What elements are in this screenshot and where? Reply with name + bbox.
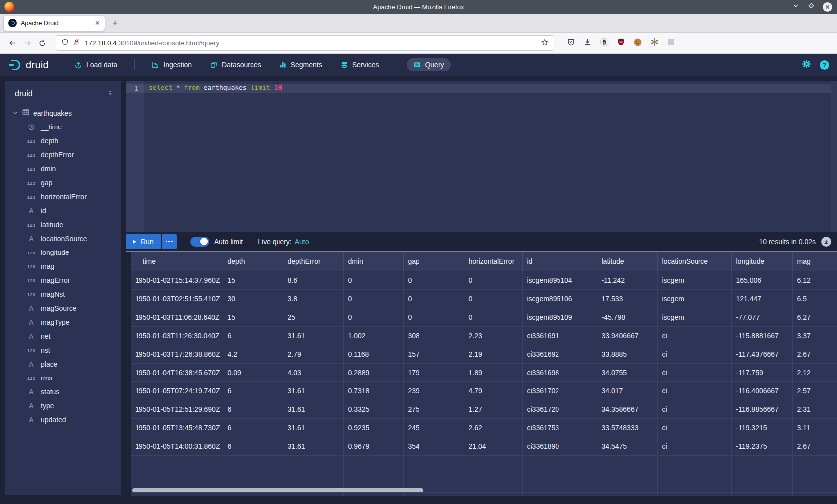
table-cell[interactable]: 6 xyxy=(223,326,283,345)
table-cell[interactable]: 6 xyxy=(223,437,283,455)
table-cell[interactable]: 25 xyxy=(283,308,343,326)
table-cell[interactable]: ci xyxy=(657,400,731,418)
table-cell[interactable]: ci3361691 xyxy=(522,326,597,345)
colorful-asterisk-icon[interactable] xyxy=(650,38,659,48)
table-cell[interactable]: 34.5475 xyxy=(597,437,657,455)
table-cell[interactable]: 4.03 xyxy=(283,363,343,381)
table-cell[interactable]: 6.27 xyxy=(792,308,837,326)
sidebar-column-__time[interactable]: __time xyxy=(5,120,121,134)
table-cell[interactable]: 1.89 xyxy=(464,363,522,381)
sidebar-column-gap[interactable]: 123gap xyxy=(5,176,121,190)
table-cell[interactable]: 179 xyxy=(403,363,464,381)
table-cell[interactable]: 1950-01-05T14:00:31.860Z xyxy=(131,437,223,455)
table-cell[interactable]: 0 xyxy=(403,308,464,326)
table-cell[interactable]: 0.1168 xyxy=(343,345,403,363)
table-cell[interactable]: 2.31 xyxy=(792,400,837,418)
sidebar-column-longitude[interactable]: 123longitude xyxy=(5,246,121,259)
table-cell[interactable]: 1.27 xyxy=(464,400,522,418)
cookie-icon[interactable] xyxy=(633,38,642,49)
table-cell[interactable]: ci xyxy=(657,437,731,455)
sidebar-column-depthError[interactable]: 123depthError xyxy=(5,148,121,162)
column-header-locationSource[interactable]: locationSource xyxy=(657,252,731,271)
table-cell[interactable]: 1950-01-02T15:14:37.960Z xyxy=(131,271,223,289)
table-cell[interactable]: 1950-01-04T16:38:45.670Z xyxy=(131,363,223,381)
table-cell[interactable]: 0 xyxy=(464,308,522,326)
table-cell[interactable]: 31.61 xyxy=(283,437,343,455)
sidebar-column-magNst[interactable]: 123magNst xyxy=(5,287,121,301)
table-cell[interactable]: 2.67 xyxy=(792,437,837,455)
table-cell[interactable]: iscgem xyxy=(657,289,731,308)
url-bar[interactable]: 172.18.0.4:30109/unified-console.html#qu… xyxy=(56,35,554,51)
column-header-longitude[interactable]: longitude xyxy=(731,252,792,271)
run-button[interactable]: Run xyxy=(126,234,161,249)
table-cell[interactable]: 34.0755 xyxy=(597,363,657,381)
sidebar-column-place[interactable]: Aplace xyxy=(5,357,121,371)
nav-item-ingestion[interactable]: Ingestion xyxy=(145,58,198,71)
table-cell[interactable]: 0 xyxy=(403,289,464,308)
menu-hamburger-icon[interactable] xyxy=(667,38,675,48)
table-cell[interactable]: -119.2375 xyxy=(731,437,792,455)
nav-item-datasources[interactable]: Datasources xyxy=(203,58,268,71)
sidebar-column-magType[interactable]: AmagType xyxy=(5,315,121,329)
tracking-shield-icon[interactable] xyxy=(61,38,69,48)
table-cell[interactable]: 4.79 xyxy=(464,381,522,400)
table-cell[interactable]: 0.3325 xyxy=(343,400,403,418)
table-cell[interactable]: ci3361702 xyxy=(522,381,597,400)
editor-scrollbar[interactable] xyxy=(831,81,837,232)
table-cell[interactable]: 31.61 xyxy=(283,381,343,400)
reload-button[interactable] xyxy=(35,36,50,51)
table-cell[interactable]: -11.242 xyxy=(597,271,657,289)
table-cell[interactable]: ci3361720 xyxy=(522,400,597,418)
druid-logo[interactable]: druid xyxy=(8,58,49,72)
table-cell[interactable]: 0.7318 xyxy=(343,381,403,400)
table-cell[interactable]: iscgem895106 xyxy=(522,289,597,308)
table-cell[interactable]: -116.4006667 xyxy=(731,381,792,400)
column-header-mag[interactable]: mag xyxy=(792,252,837,271)
sidebar-table-earthquakes[interactable]: earthquakes xyxy=(5,106,121,120)
table-cell[interactable]: iscgem xyxy=(657,308,731,326)
table-cell[interactable]: ci3361753 xyxy=(522,418,597,437)
table-cell[interactable]: 17.533 xyxy=(597,289,657,308)
table-cell[interactable]: 33.9406667 xyxy=(597,326,657,345)
sidebar-column-type[interactable]: Atype xyxy=(5,399,121,413)
sidebar-column-id[interactable]: Aid xyxy=(5,204,121,218)
table-cell[interactable]: 6 xyxy=(223,381,283,400)
back-button[interactable] xyxy=(5,36,20,51)
column-header-id[interactable]: id xyxy=(522,252,597,271)
table-cell[interactable]: ci xyxy=(657,363,731,381)
sidebar-column-mag[interactable]: 123mag xyxy=(5,259,121,273)
bookmark-star-icon[interactable] xyxy=(541,38,549,48)
sql-editor[interactable]: 1 select * from earthquakes limit 10 xyxy=(126,81,837,232)
window-maximize-button[interactable] xyxy=(807,2,815,12)
pocket-shield-icon[interactable] xyxy=(567,38,575,48)
table-cell[interactable]: 1950-01-05T12:51:29.690Z xyxy=(131,400,223,418)
table-cell[interactable]: ci3361692 xyxy=(522,345,597,363)
column-header-latitude[interactable]: latitude xyxy=(597,252,657,271)
table-cell[interactable]: -45.798 xyxy=(597,308,657,326)
table-cell[interactable]: 121.447 xyxy=(731,289,792,308)
table-cell[interactable]: -119.3215 xyxy=(731,418,792,437)
table-cell[interactable]: 21.04 xyxy=(464,437,522,455)
table-cell[interactable]: 1950-01-05T07:24:19.740Z xyxy=(131,381,223,400)
table-cell[interactable]: 239 xyxy=(403,381,464,400)
extension-avatar-icon[interactable] xyxy=(600,38,609,49)
sidebar-column-dmin[interactable]: 123dmin xyxy=(5,162,121,176)
column-header-depth[interactable]: depth xyxy=(223,252,283,271)
table-cell[interactable]: 33.8885 xyxy=(597,345,657,363)
ublock-shield-icon[interactable]: U0 xyxy=(617,38,625,48)
table-cell[interactable]: iscgem895109 xyxy=(522,308,597,326)
table-cell[interactable]: 0 xyxy=(343,289,403,308)
table-cell[interactable]: ci xyxy=(657,418,731,437)
table-cell[interactable]: 0 xyxy=(464,289,522,308)
window-minimize-button[interactable] xyxy=(792,2,800,12)
sidebar-column-depth[interactable]: 123depth xyxy=(5,134,121,148)
download-results-icon[interactable] xyxy=(821,237,831,247)
table-cell[interactable]: 6.5 xyxy=(792,289,837,308)
nav-item-services[interactable]: Services xyxy=(334,58,386,71)
table-cell[interactable]: 15 xyxy=(223,271,283,289)
table-cell[interactable]: 1950-01-03T17:26:38.860Z xyxy=(131,345,223,363)
table-cell[interactable]: 354 xyxy=(403,437,464,455)
column-header-horizontalError[interactable]: horizontalError xyxy=(464,252,522,271)
table-cell[interactable]: ci3361890 xyxy=(522,437,597,455)
table-cell[interactable]: iscgem xyxy=(657,271,731,289)
